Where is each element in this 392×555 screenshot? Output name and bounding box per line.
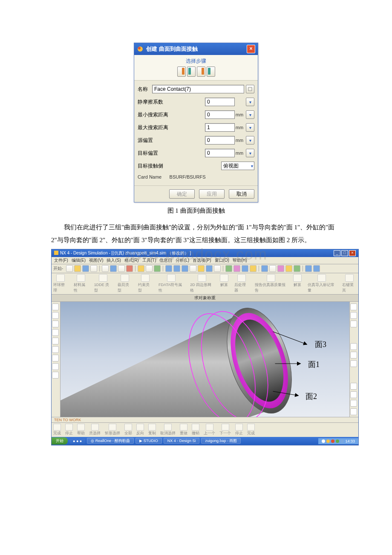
max-search-input[interactable] [205, 123, 235, 132]
right-tool-icon[interactable] [350, 304, 357, 310]
toolbar2-button[interactable]: 右键菜其 [342, 274, 357, 293]
bottom-tool-button[interactable]: 下一个 [219, 424, 231, 436]
bottom-tool-button[interactable]: 撤销 [192, 424, 199, 436]
tool-icon[interactable] [74, 265, 81, 272]
menu-item[interactable]: 工具(T) [142, 257, 156, 263]
bottom-tool-button[interactable]: 上一个 [204, 424, 215, 436]
toolbar-start-label[interactable]: 开始- [53, 266, 63, 272]
right-tool-icon[interactable] [350, 408, 357, 415]
tool-icon[interactable] [285, 265, 292, 272]
toolbar2-button[interactable]: 载荷类型 [118, 274, 132, 293]
bottom-tool-button[interactable]: 停止 [65, 424, 73, 436]
minimize-icon[interactable]: _ [334, 250, 340, 256]
menu-item[interactable]: 格式(R) [124, 257, 139, 263]
system-tray[interactable]: 14:33 [318, 438, 358, 444]
tray-icon[interactable] [322, 439, 325, 443]
tool-icon[interactable] [66, 265, 73, 272]
tool-icon[interactable] [90, 265, 97, 272]
menu-item[interactable]: 文件(F) [54, 257, 68, 263]
toolbar2-button[interactable]: 约束类型 [138, 274, 153, 293]
tool-icon[interactable] [154, 265, 161, 272]
taskbar-item[interactable]: zuigong.bap - 画图 [201, 438, 241, 444]
maximize-icon[interactable]: □ [341, 250, 348, 256]
bottom-tool-button[interactable]: 完成 [247, 424, 255, 436]
min-search-input[interactable] [205, 110, 235, 119]
arrow-down-icon[interactable]: ▾ [246, 98, 254, 106]
name-picker-icon[interactable] [246, 85, 254, 93]
toolbar2-button[interactable]: FDATA符号属性 [159, 274, 184, 293]
toolbar2-button[interactable]: 仿真导入标记常量 [308, 274, 337, 293]
tool-icon[interactable] [190, 265, 196, 272]
right-tool-icon[interactable] [350, 352, 357, 358]
bottom-tool-button[interactable]: 取消选择 [160, 424, 176, 436]
left-tool-icon[interactable] [52, 372, 59, 379]
start-button[interactable]: 开始 [52, 437, 68, 445]
toolbar2-button[interactable]: 解算 [293, 274, 302, 293]
tool-icon[interactable] [182, 265, 188, 272]
toolbar2-button[interactable]: 2D 四边形网格 [190, 274, 213, 293]
tool-icon[interactable] [269, 265, 276, 272]
toolbar2-button[interactable]: 后处理器 [234, 274, 249, 293]
tool-icon[interactable] [214, 265, 221, 272]
bottom-tool-button[interactable]: 矩形选择 [105, 424, 120, 436]
right-tool-icon[interactable] [350, 383, 357, 390]
step-2-icon[interactable] [187, 66, 196, 77]
tool-icon[interactable] [305, 265, 312, 272]
tool-icon[interactable] [110, 265, 117, 272]
bottom-tool-button[interactable]: 反向 [136, 424, 144, 436]
tool-icon[interactable] [118, 265, 125, 272]
left-tool-icon[interactable] [52, 338, 59, 344]
menu-item[interactable]: 编辑(E) [72, 257, 86, 263]
tool-icon[interactable] [165, 265, 172, 272]
right-tool-icon[interactable] [350, 321, 357, 327]
apply-button[interactable]: 应用 [199, 189, 225, 199]
right-tool-icon[interactable] [350, 360, 357, 367]
tool-icon[interactable] [225, 265, 232, 272]
toolbar2-button[interactable]: 环球整理 [53, 274, 68, 293]
arrow-down-icon[interactable]: ▾ [246, 110, 254, 119]
friction-input[interactable] [205, 98, 235, 106]
left-tool-icon[interactable] [52, 304, 59, 310]
tray-icon[interactable] [336, 439, 339, 443]
tool-icon[interactable] [233, 265, 240, 272]
toolbar2-button[interactable]: 1DDE 类型 [94, 274, 112, 293]
right-tool-icon[interactable] [350, 400, 357, 407]
bottom-tool-button[interactable]: 完成 [53, 424, 61, 436]
menu-item[interactable]: 窗口(O) [215, 257, 229, 263]
arrow-down-icon[interactable]: ▾ [246, 136, 254, 145]
cad-viewport[interactable]: 面3 面1 面2 [61, 302, 349, 417]
menu-item[interactable]: 插入(S) [107, 257, 121, 263]
tool-icon[interactable] [261, 265, 268, 272]
tool-icon[interactable] [242, 265, 248, 272]
tool-icon[interactable] [198, 265, 205, 272]
left-tool-icon[interactable] [52, 321, 59, 327]
right-tool-icon[interactable] [350, 343, 357, 350]
arrow-down-icon[interactable]: ▾ [246, 149, 254, 157]
left-tool-icon[interactable] [52, 363, 59, 370]
right-tool-icon[interactable] [350, 312, 357, 319]
bottom-tool-button[interactable]: 帮助 [77, 424, 85, 436]
tray-icon[interactable] [331, 439, 334, 443]
tool-icon[interactable] [138, 265, 144, 272]
tool-icon[interactable] [277, 265, 284, 272]
close-icon[interactable]: × [247, 45, 255, 53]
right-tool-icon[interactable] [350, 391, 357, 398]
left-tool-icon[interactable] [52, 329, 59, 336]
left-tool-icon[interactable] [52, 346, 59, 353]
tool-icon[interactable] [313, 265, 320, 272]
bottom-tool-button[interactable]: 重做 [180, 424, 187, 436]
menu-item[interactable]: 帮助(H) [233, 257, 247, 263]
tool-icon[interactable] [102, 265, 109, 272]
tool-icon[interactable] [206, 265, 213, 272]
ok-button[interactable]: 确定 [169, 189, 195, 199]
tool-icon[interactable] [250, 265, 257, 272]
tray-icon[interactable] [326, 439, 330, 443]
taskbar-item[interactable]: ◎ ReallOne - 酷狗歌曲 [87, 438, 134, 444]
step-1-icon[interactable] [177, 66, 186, 77]
menu-item[interactable]: 视图(V) [89, 257, 103, 263]
target-side-select[interactable]: 俯视图 ▾ [221, 162, 254, 170]
tool-icon[interactable] [173, 265, 180, 272]
source-offset-input[interactable] [205, 136, 235, 145]
target-offset-input[interactable] [205, 149, 235, 157]
name-input[interactable] [152, 85, 244, 93]
